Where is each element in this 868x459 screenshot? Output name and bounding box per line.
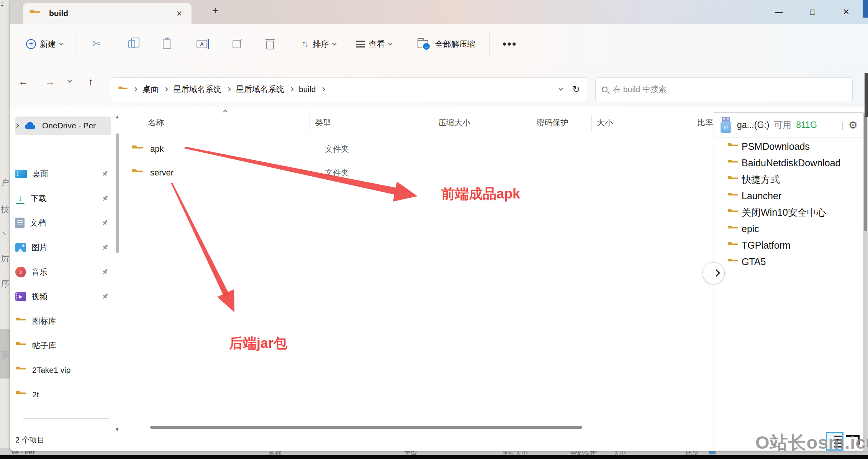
sidebar-item-pictures[interactable]: 图片 (15, 238, 111, 257)
pin-icon[interactable] (101, 244, 109, 251)
sidebar-item-onedrive[interactable]: OneDrive - Per (15, 116, 111, 135)
tab-strip: build ✕ + — □ ✕ (10, 0, 868, 24)
pin-icon[interactable] (101, 170, 109, 178)
panel-collapse-button[interactable] (703, 262, 725, 284)
extract-label: 全部解压缩 (435, 39, 475, 49)
up-button[interactable]: ↑ (88, 76, 93, 88)
sidebar-item-videos[interactable]: ▶ 视频 (15, 287, 111, 306)
column-ratio[interactable]: 比率 (697, 117, 713, 128)
share-icon[interactable] (233, 40, 241, 48)
drive-folder-row[interactable]: PSMDownloads (714, 138, 863, 155)
more-options-icon[interactable]: ••• (503, 38, 517, 51)
view-button[interactable]: 查看 (356, 39, 392, 49)
search-input[interactable]: 在 build 中搜索 (595, 77, 853, 101)
column-separator[interactable] (531, 115, 531, 131)
sidebar-scrollbar[interactable] (116, 133, 119, 253)
new-label: 新建 (40, 39, 56, 49)
breadcrumb-build[interactable]: build (299, 85, 316, 94)
recent-locations-icon[interactable] (67, 78, 72, 82)
tab-close-button[interactable]: ✕ (173, 8, 185, 19)
close-button[interactable]: ✕ (840, 7, 852, 16)
drive-name[interactable]: ga...(G:) (737, 120, 769, 130)
drive-folder-row[interactable]: 快捷方式 (714, 171, 863, 188)
sort-button[interactable]: ↑↓ 排序 (302, 39, 336, 49)
column-type[interactable]: 类型 (315, 117, 331, 128)
usb-drive-icon: ψ (719, 117, 732, 134)
new-tab-button[interactable]: + (208, 5, 223, 17)
file-type: 文件夹 (325, 144, 349, 154)
panel-scrollbar[interactable] (863, 113, 868, 451)
scroll-up-icon[interactable]: ▲ (115, 114, 120, 120)
cut-icon[interactable]: ✂ (92, 38, 101, 50)
rename-icon[interactable]: A (197, 40, 207, 48)
download-icon: ↓ (15, 193, 25, 203)
annotation-back-jar: 后端jar包 (229, 334, 287, 353)
breadcrumb-folder[interactable]: 星盾域名系统 (173, 84, 221, 95)
back-button[interactable]: ← (18, 76, 28, 88)
chevron-right-icon (713, 269, 720, 276)
breadcrumb-folder[interactable]: 星盾域名系统 (236, 84, 284, 95)
drive-folder-row[interactable]: epic (714, 221, 863, 237)
horizontal-scrollbar[interactable] (150, 426, 582, 429)
tab-build[interactable]: build ✕ (23, 3, 192, 24)
sidebar-item-documents[interactable]: 文档 (15, 214, 111, 232)
drive-folder-row[interactable]: TGPlatform (714, 237, 863, 254)
background-edge-scrollbar[interactable] (865, 73, 868, 117)
toolbar-separator (489, 32, 490, 56)
file-row-server[interactable]: server 文件夹 (131, 161, 629, 185)
folder-icon (131, 144, 144, 154)
drive-folder-row[interactable]: BaiduNetdiskDownload (714, 155, 863, 171)
pin-icon[interactable] (101, 293, 109, 300)
column-separator[interactable] (433, 115, 433, 131)
sidebar-item-label: 图片 (31, 242, 47, 253)
sidebar-item-music[interactable]: ♪ 音乐 (15, 263, 111, 281)
folder-icon (727, 159, 739, 168)
folder-icon (727, 192, 739, 201)
drive-folder-row[interactable]: Launcher (714, 188, 863, 204)
column-separator[interactable] (692, 115, 692, 131)
sidebar-item-folder[interactable]: 图标库 (15, 312, 111, 330)
column-separator[interactable] (310, 115, 310, 131)
file-name: server (150, 168, 174, 178)
expander-icon[interactable] (15, 123, 19, 128)
column-size[interactable]: 大小 (597, 117, 613, 128)
column-separator[interactable] (591, 115, 592, 131)
breadcrumb-bar[interactable]: 桌面 星盾域名系统 星盾域名系统 build ↻ (111, 77, 587, 101)
background-block (0, 329, 10, 379)
new-button[interactable]: + 新建 (26, 39, 63, 49)
copy-icon[interactable] (128, 40, 135, 48)
sidebar-item-downloads[interactable]: ↓ 下载 (15, 189, 111, 208)
column-password[interactable]: 密码保护 (536, 117, 568, 128)
background-left-strip: 户 技 丶 厉 序 系 (0, 0, 10, 459)
paste-icon[interactable] (163, 39, 171, 49)
file-row-apk[interactable]: apk 文件夹 (131, 137, 629, 161)
delete-icon[interactable] (266, 41, 274, 49)
forward-button[interactable]: → (45, 76, 55, 88)
pin-icon[interactable] (101, 219, 109, 227)
scroll-down-icon[interactable]: ▼ (115, 427, 120, 432)
breadcrumb-desktop[interactable]: 桌面 (142, 84, 159, 95)
sidebar-item-folder[interactable]: 帖子库 (15, 336, 111, 355)
drive-folder-name: TGPlatform (742, 240, 791, 251)
new-plus-icon: + (26, 39, 36, 49)
drive-folder-row[interactable]: 关闭Win10安全中心 (714, 204, 863, 221)
refresh-icon[interactable]: ↻ (572, 84, 580, 95)
column-name[interactable]: 名称 (148, 117, 164, 128)
sidebar-item-desktop[interactable]: 桌面 (15, 165, 111, 183)
column-compressed-size[interactable]: 压缩大小 (438, 117, 470, 128)
status-bar: 2 个项目 (15, 435, 45, 445)
command-chrome: + 新建 ✂ A ↑↓ 排序 查看 (10, 24, 868, 107)
drive-folder-row[interactable]: GTA5 (714, 254, 863, 270)
sidebar-item-folder[interactable]: 2t (15, 385, 111, 404)
minimize-button[interactable]: — (773, 7, 784, 16)
pin-icon[interactable] (101, 195, 109, 202)
pin-icon[interactable] (101, 268, 109, 276)
sidebar-item-folder[interactable]: 2Take1 vip (15, 361, 111, 379)
extract-all-button[interactable]: 全部解压缩 (418, 39, 475, 49)
maximize-button[interactable]: □ (807, 7, 818, 16)
gear-icon[interactable]: ⚙ (848, 119, 858, 131)
folder-icon (15, 366, 27, 375)
chevron-down-icon (59, 41, 63, 45)
drive-folder-name: BaiduNetdiskDownload (742, 157, 840, 169)
address-dropdown-icon[interactable] (558, 86, 563, 90)
